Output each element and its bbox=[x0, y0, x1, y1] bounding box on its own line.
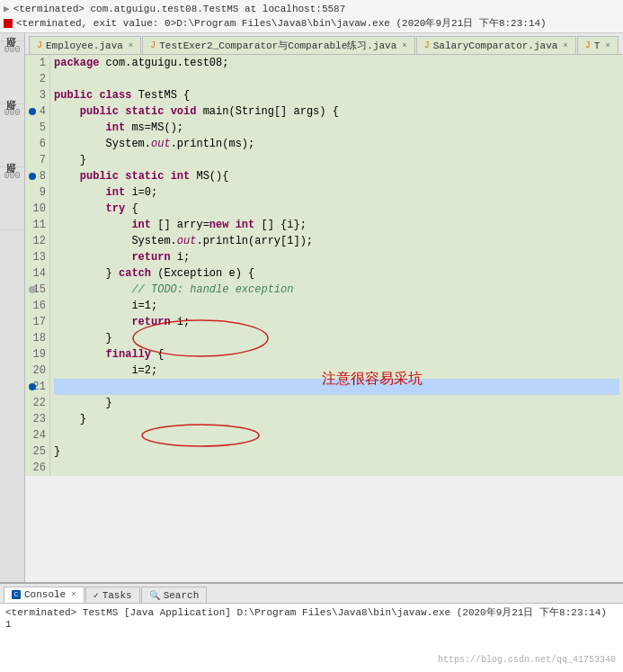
ln-8: 8 bbox=[29, 168, 46, 184]
code-line-20: i=2; bbox=[54, 363, 619, 379]
code-line-23: } bbox=[54, 411, 619, 427]
kw-int-5: int bbox=[106, 120, 126, 136]
kw-return-17: return bbox=[131, 314, 170, 330]
left-strip: 全部 000 原创 000 原创 000 原创 bbox=[0, 33, 25, 582]
kw-public-4: public bbox=[80, 103, 119, 120]
tab-salarycomparator[interactable]: J SalaryComparator.java × bbox=[416, 36, 576, 54]
ln-13: 13 bbox=[29, 249, 46, 265]
code-line-21 bbox=[54, 379, 619, 395]
code-line-14: } catch (Exception e) { bbox=[54, 265, 619, 282]
tab-close-testexer2[interactable]: × bbox=[402, 41, 406, 50]
console-tab-search[interactable]: 🔍 Search bbox=[141, 587, 208, 603]
line-num-000: 000 bbox=[4, 45, 20, 55]
code-line-1: package com.atguigu.test08; bbox=[54, 55, 619, 71]
console-tab-console[interactable]: C Console × bbox=[4, 587, 85, 603]
top-bar-text1: <terminated> com.atguigu.test08.TestMS a… bbox=[13, 4, 346, 14]
middle-section: 全部 000 原创 000 原创 000 原创 J Employee.java bbox=[0, 33, 623, 582]
kw-void: void bbox=[171, 103, 197, 120]
code-line-4: public static void main(String[] args) { bbox=[54, 103, 619, 120]
code-line-25: } bbox=[54, 444, 619, 460]
ln-14: 14 bbox=[29, 265, 46, 282]
kw-int-8: int bbox=[171, 168, 191, 184]
ln-17: 17 bbox=[29, 314, 46, 330]
kw-public-8: public bbox=[80, 168, 119, 184]
code-line-17: return i; bbox=[54, 314, 619, 330]
ln-15: 15 bbox=[29, 282, 46, 298]
kw-new: new bbox=[209, 217, 229, 233]
kw-int-11b: int bbox=[236, 217, 255, 233]
code-line-19: finally { bbox=[54, 346, 619, 363]
kw-public-3: public bbox=[54, 87, 93, 103]
kw-try: try bbox=[106, 201, 126, 217]
breakpoint-4 bbox=[29, 108, 36, 115]
ln-3: 3 bbox=[29, 87, 46, 103]
ln-1: 1 bbox=[29, 55, 46, 71]
tab-close-t[interactable]: × bbox=[605, 41, 610, 50]
tab-close-employee[interactable]: × bbox=[129, 41, 133, 50]
console-line-2: 1 bbox=[5, 619, 618, 630]
ln-26: 26 bbox=[29, 460, 46, 476]
ln-12: 12 bbox=[29, 233, 46, 249]
ln-24: 24 bbox=[29, 427, 46, 444]
tab-label-t: T bbox=[594, 40, 601, 51]
console-tab-label: Console bbox=[24, 589, 66, 600]
left-strip-section-4[interactable]: 000 原创 bbox=[0, 167, 24, 230]
tab-t[interactable]: J T × bbox=[577, 36, 619, 54]
ln-5: 5 bbox=[29, 120, 46, 136]
editor-wrapper: 1 2 3 4 5 6 7 8 9 10 11 bbox=[25, 55, 623, 582]
tab-testexer2[interactable]: J TestExer2_Comparator与Comparable练习.java… bbox=[142, 36, 414, 54]
console-tab-close[interactable]: × bbox=[71, 590, 76, 599]
tab-label-employee: Employee.java bbox=[46, 40, 123, 51]
top-bar: ▶ <terminated> com.atguigu.test08.TestMS… bbox=[0, 0, 623, 33]
console-line-1: <terminated> TestMS [Java Application] D… bbox=[5, 605, 618, 619]
left-strip-section-1[interactable]: 全部 bbox=[0, 33, 24, 41]
ln-7: 7 bbox=[29, 152, 46, 168]
ln-4: 4 bbox=[29, 103, 46, 120]
line-num-000-3: 000 bbox=[4, 171, 20, 181]
code-line-7: } bbox=[54, 152, 619, 168]
console-tab-tasks[interactable]: ✓ Tasks bbox=[85, 587, 140, 603]
code-line-6: System.out.println(ms); bbox=[54, 136, 619, 152]
code-line-12: System.out.println(arry[1]); bbox=[54, 233, 619, 249]
line-num-000-2: 000 bbox=[4, 108, 20, 118]
left-strip-section-3[interactable]: 000 原创 bbox=[0, 104, 24, 167]
tab-icon-t: J bbox=[585, 40, 591, 50]
ln-19: 19 bbox=[29, 346, 46, 363]
tab-bar: J Employee.java × J TestExer2_Comparator… bbox=[25, 33, 623, 55]
website-credit: https://blog.csdn.net/qq_41753340 bbox=[438, 655, 616, 665]
ln-18: 18 bbox=[29, 330, 46, 346]
kw-finally: finally bbox=[106, 346, 151, 363]
main-window: ▶ <terminated> com.atguigu.test08.TestMS… bbox=[0, 0, 623, 672]
ln-21: 21 bbox=[29, 379, 46, 395]
tab-employee[interactable]: J Employee.java × bbox=[29, 36, 141, 54]
tab-icon-salary: J bbox=[424, 40, 430, 50]
tab-icon-testexer2: J bbox=[150, 40, 156, 50]
kw-return-13: return bbox=[131, 249, 170, 265]
kw-static-4: static bbox=[125, 103, 164, 120]
ln-2: 2 bbox=[29, 71, 46, 87]
code-line-26 bbox=[54, 460, 619, 476]
kw-int-11: int bbox=[131, 217, 151, 233]
search-icon: 🔍 bbox=[149, 590, 160, 601]
code-line-15: // TODO: handle exception bbox=[54, 282, 619, 298]
ln-11: 11 bbox=[29, 217, 46, 233]
code-line-11: int [] arry=new int [] {i}; bbox=[54, 217, 619, 233]
comment-15: // TODO: handle exception bbox=[54, 282, 293, 298]
terminated-icon: ▶ bbox=[4, 3, 10, 14]
left-strip-section-2[interactable]: 000 原创 bbox=[0, 41, 24, 104]
code-line-9: int i=0; bbox=[54, 184, 619, 201]
code-line-18: } bbox=[54, 330, 619, 346]
kw-package: package bbox=[54, 55, 99, 71]
tab-label-salary: SalaryComparator.java bbox=[433, 40, 558, 51]
console-icon: C bbox=[12, 590, 21, 599]
top-bar-text2: <terminated, exit value: 0>D:\Program Fi… bbox=[16, 16, 547, 30]
code-line-3: public class TestMS { bbox=[54, 87, 619, 103]
code-area[interactable]: package com.atguigu.test08; public class… bbox=[50, 55, 623, 476]
code-line-8: public static int MS(){ bbox=[54, 168, 619, 184]
out-6: out bbox=[151, 136, 171, 152]
tab-close-salary[interactable]: × bbox=[563, 41, 567, 50]
red-square-icon bbox=[4, 19, 13, 28]
ln-20: 20 bbox=[29, 363, 46, 379]
breakpoint-21 bbox=[29, 383, 36, 390]
kw-class: class bbox=[99, 87, 131, 103]
